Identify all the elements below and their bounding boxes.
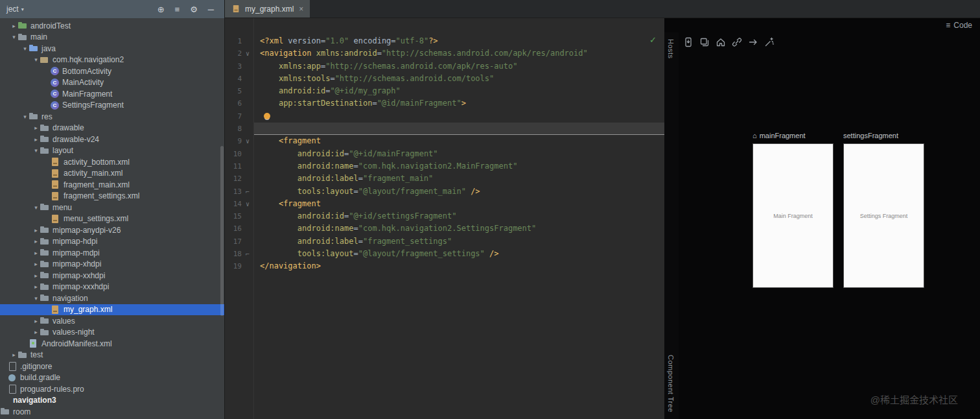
fold-open-icon[interactable]: ∨ <box>242 135 253 147</box>
fragment-screen[interactable]: Main Fragment <box>752 143 834 288</box>
tree-item-bottomactivity[interactable]: CBottomActivity <box>0 66 224 77</box>
link-destination-icon[interactable] <box>732 37 742 47</box>
locate-icon[interactable]: ⊕ <box>158 5 165 14</box>
code-text[interactable]: <navigation xmlns:android="http://schema… <box>253 47 664 60</box>
action-arrow-icon[interactable] <box>748 37 758 47</box>
code-view-icon[interactable]: ≡ <box>946 21 950 30</box>
chevron-right-icon[interactable]: ▸ <box>10 352 18 358</box>
settings-gear-icon[interactable]: ⚙ <box>190 5 198 14</box>
code-text[interactable]: <fragment <box>253 198 664 210</box>
tool-window-button-hosts[interactable]: Hosts <box>667 39 675 59</box>
code-text[interactable]: tools:layout="@layout/fragment_settings"… <box>253 248 664 260</box>
chevron-right-icon[interactable]: ▸ <box>32 238 40 245</box>
chevron-right-icon[interactable]: ▸ <box>10 23 18 29</box>
chevron-down-icon[interactable]: ▾ <box>10 34 18 40</box>
home-icon[interactable] <box>716 37 726 47</box>
tree-item-settingsfragment[interactable]: CSettingsFragment <box>0 100 224 112</box>
hide-panel-icon[interactable]: ─ <box>208 5 214 14</box>
tree-item-mipmap-xxhdpi[interactable]: ▸mipmap-xxhdpi <box>0 270 224 281</box>
tree-item-mipmap-xhdpi[interactable]: ▸mipmap-xhdpi <box>0 259 224 270</box>
tree-item-java[interactable]: ▾java <box>0 43 224 54</box>
deploy-device-icon[interactable] <box>683 37 694 47</box>
tree-item-androidtest[interactable]: ▸androidTest <box>0 20 224 32</box>
auto-arrange-icon[interactable] <box>764 37 775 47</box>
chevron-right-icon[interactable]: ▸ <box>32 136 40 143</box>
tree-item-gitignore[interactable]: .gitignore <box>0 361 224 372</box>
fold-end-icon[interactable]: ⌐ <box>242 248 253 260</box>
chevron-right-icon[interactable]: ▸ <box>32 283 40 290</box>
tree-item-navigation3[interactable]: navigation3 <box>0 395 224 407</box>
tree-item-res[interactable]: ▾res <box>0 111 224 123</box>
code-text[interactable]: android:id="@+id/settingsFragment" <box>253 210 664 222</box>
expand-all-icon[interactable]: ≡ <box>175 5 180 14</box>
code-text[interactable]: <fragment <box>253 135 664 147</box>
tree-item-room[interactable]: room <box>0 406 224 418</box>
fold-end-icon[interactable]: ⌐ <box>242 186 253 198</box>
chevron-right-icon[interactable]: ▸ <box>32 329 40 335</box>
chevron-right-icon[interactable]: ▸ <box>32 272 40 279</box>
tree-item-fragment-settings-xml[interactable]: fragment_settings.xml <box>0 191 224 202</box>
intention-bulb-icon[interactable] <box>264 113 270 119</box>
design-canvas[interactable]: @稀土掘金技术社区 ⌂mainFragmentMain Fragmentsett… <box>679 32 980 419</box>
code-text[interactable]: tools:layout="@layout/fragment_main" /> <box>253 186 664 198</box>
tree-item-values[interactable]: ▸values <box>0 315 224 327</box>
tree-item-layout[interactable]: ▾layout <box>0 145 224 157</box>
fragment-screen[interactable]: Settings Fragment <box>843 143 924 288</box>
tree-item-androidmanifest-xml[interactable]: AndroidManifest.xml <box>0 338 224 350</box>
tree-item-drawable-v24[interactable]: ▸drawable-v24 <box>0 134 224 145</box>
fragment-preview-mainFragment[interactable]: ⌂mainFragmentMain Fragment <box>752 131 834 288</box>
tree-item-activity-main-xml[interactable]: activity_main.xml <box>0 168 224 180</box>
tree-item-fragment-main-xml[interactable]: fragment_main.xml <box>0 179 224 191</box>
tree-item-mainfragment[interactable]: CMainFragment <box>0 88 224 100</box>
chevron-down-icon[interactable]: ▾ <box>32 147 40 154</box>
chevron-right-icon[interactable]: ▸ <box>32 125 40 131</box>
code-text[interactable] <box>253 123 664 135</box>
project-view-selector[interactable]: ject <box>6 5 19 14</box>
code-text[interactable]: xmlns:app="http://schemas.android.com/ap… <box>253 60 664 73</box>
code-text[interactable]: </navigation> <box>253 260 664 272</box>
chevron-down-icon[interactable]: ▾ <box>32 204 40 211</box>
tree-item-mipmap-mdpi[interactable]: ▸mipmap-mdpi <box>0 247 224 259</box>
chevron-right-icon[interactable]: ▸ <box>32 318 40 324</box>
tree-item-proguard-rules-pro[interactable]: proguard-rules.pro <box>0 383 224 395</box>
code-editor[interactable]: 1<?xml version="1.0" encoding="utf-8"?>2… <box>225 18 664 419</box>
tree-item-mipmap-hdpi[interactable]: ▸mipmap-hdpi <box>0 236 224 248</box>
tree-item-activity-bottom-xml[interactable]: activity_bottom.xml <box>0 156 224 168</box>
fragment-preview-settingsFragment[interactable]: settingsFragmentSettings Fragment <box>843 131 924 288</box>
fold-open-icon[interactable]: ∨ <box>242 198 253 210</box>
chevron-down-icon[interactable]: ▾ <box>21 114 29 120</box>
chevron-down-icon[interactable]: ▾ <box>32 56 40 63</box>
chevron-right-icon[interactable]: ▸ <box>32 250 40 256</box>
project-tree-scrollbar[interactable] <box>220 146 224 316</box>
tree-item-values-night[interactable]: ▸values-night <box>0 327 224 339</box>
code-text[interactable]: android:name="com.hqk.navigation2.Settin… <box>253 222 664 235</box>
code-text[interactable]: xmlns:tools="http://schemas.android.com/… <box>253 73 664 85</box>
code-text[interactable] <box>253 110 664 123</box>
code-text[interactable]: android:id="@+id/mainFragment" <box>253 148 664 160</box>
code-text[interactable]: android:label="fragment_settings" <box>253 235 664 248</box>
tree-item-my-graph-xml[interactable]: my_graph.xml <box>0 304 224 316</box>
tree-item-menu[interactable]: ▾menu <box>0 202 224 213</box>
inspection-check-icon[interactable]: ✓ <box>649 36 657 44</box>
tree-item-com-hqk-navigation2[interactable]: ▾com.hqk.navigation2 <box>0 54 224 66</box>
tree-item-navigation[interactable]: ▾navigation <box>0 293 224 304</box>
tree-item-drawable[interactable]: ▸drawable <box>0 123 224 134</box>
tool-window-button-component-tree[interactable]: Component Tree <box>667 355 675 413</box>
tree-item-build-gradle[interactable]: build.gradle <box>0 372 224 384</box>
close-icon[interactable]: × <box>299 5 303 14</box>
code-mode-label[interactable]: Code <box>953 21 972 30</box>
tree-item-mainactivity[interactable]: CMainActivity <box>0 77 224 89</box>
code-text[interactable]: android:label="fragment_main" <box>253 173 664 185</box>
code-text[interactable]: <?xml version="1.0" encoding="utf-8"?> <box>253 35 664 47</box>
tree-item-main[interactable]: ▾main <box>0 32 224 43</box>
chevron-down-icon[interactable]: ▾ <box>32 295 40 302</box>
code-text[interactable]: android:name="com.hqk.navigation2.MainFr… <box>253 160 664 173</box>
fold-open-icon[interactable]: ∨ <box>242 47 253 60</box>
tree-item-mipmap-xxxhdpi[interactable]: ▸mipmap-xxxhdpi <box>0 281 224 293</box>
chevron-down-icon[interactable]: ▾ <box>21 6 24 12</box>
tree-item-mipmap-anydpi-v26[interactable]: ▸mipmap-anydpi-v26 <box>0 224 224 236</box>
code-text[interactable]: android:id="@+id/my_graph" <box>253 85 664 97</box>
tree-item-menu-settings-xml[interactable]: menu_settings.xml <box>0 213 224 225</box>
chevron-right-icon[interactable]: ▸ <box>32 261 40 267</box>
chevron-right-icon[interactable]: ▸ <box>32 227 40 233</box>
